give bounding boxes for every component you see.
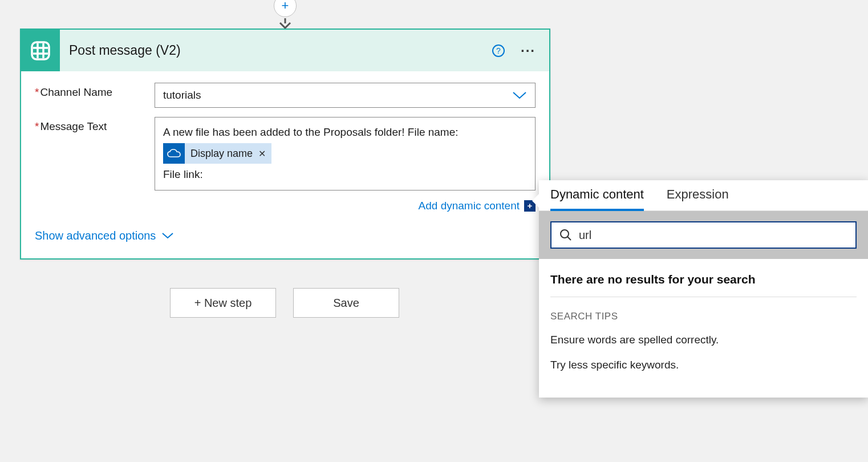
channel-name-value: tutorials: [163, 89, 201, 102]
show-advanced-options-link[interactable]: Show advanced options: [35, 229, 536, 242]
help-icon[interactable]: ?: [492, 44, 505, 57]
token-remove-icon[interactable]: ✕: [258, 146, 271, 161]
token-label: Display name: [185, 145, 258, 163]
insert-step-button[interactable]: +: [274, 0, 297, 17]
search-tips-header: SEARCH TIPS: [550, 311, 857, 322]
message-text-label: *Message Text: [35, 117, 155, 191]
new-step-button[interactable]: + New step: [170, 288, 276, 318]
slack-icon: [21, 30, 60, 71]
chevron-down-icon: [512, 91, 527, 100]
dynamic-content-flyout: Dynamic content Expression There are no …: [539, 180, 868, 398]
dynamic-token-display-name[interactable]: Display name ✕: [163, 143, 271, 164]
message-line3: File link:: [163, 168, 203, 180]
onedrive-icon: [163, 143, 185, 164]
message-text-input[interactable]: A new file has been added to the Proposa…: [155, 117, 536, 191]
tab-expression[interactable]: Expression: [667, 187, 729, 210]
search-tip: Ensure words are spelled correctly.: [550, 334, 857, 346]
dynamic-content-search[interactable]: [550, 221, 857, 249]
no-results-message: There are no results for your search: [550, 273, 857, 297]
post-message-action-card: Post message (V2) ? ··· *Channel Name tu…: [20, 29, 550, 260]
more-menu-icon[interactable]: ···: [521, 43, 536, 59]
message-line1: A new file has been added to the Proposa…: [163, 126, 459, 138]
tab-dynamic-content[interactable]: Dynamic content: [550, 187, 644, 211]
save-button[interactable]: Save: [293, 288, 399, 318]
channel-name-label: *Channel Name: [35, 83, 155, 108]
chevron-down-icon: [161, 232, 174, 240]
card-header[interactable]: Post message (V2) ? ···: [21, 30, 549, 71]
svg-rect-0: [32, 42, 49, 59]
svg-point-5: [561, 230, 569, 238]
svg-line-6: [567, 237, 571, 240]
card-title: Post message (V2): [69, 43, 492, 58]
channel-name-select[interactable]: tutorials: [155, 83, 536, 108]
flyout-beak: [532, 194, 539, 208]
arrow-down-icon: [279, 18, 291, 29]
search-tip: Try less specific keywords.: [550, 359, 857, 371]
search-icon: [559, 229, 572, 241]
add-dynamic-content-link[interactable]: Add dynamic content +: [419, 200, 536, 212]
search-input[interactable]: [579, 229, 847, 242]
